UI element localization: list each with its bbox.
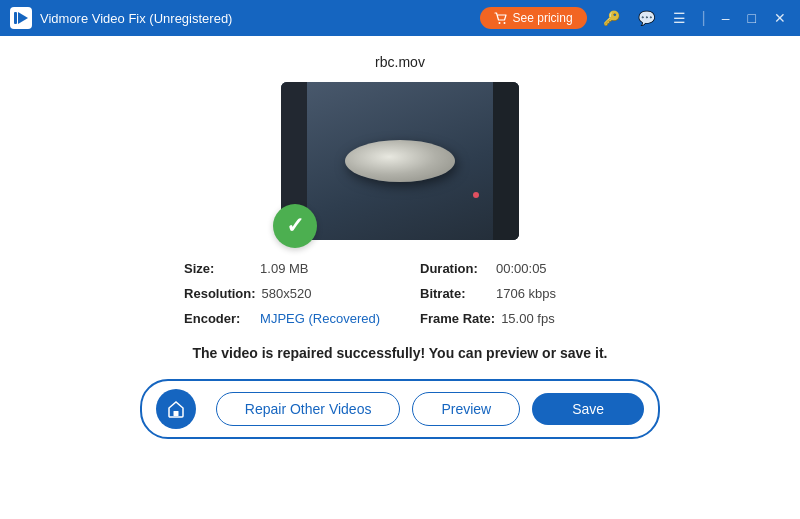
video-preview <box>281 82 519 240</box>
success-message: The video is repaired successfully! You … <box>193 345 608 361</box>
repair-others-button[interactable]: Repair Other Videos <box>216 392 401 426</box>
close-icon[interactable]: ✕ <box>770 8 790 28</box>
home-button[interactable] <box>156 389 196 429</box>
video-object <box>345 140 455 182</box>
encoder-label: Encoder: <box>184 311 254 326</box>
encoder-row: Encoder: MJPEG (Recovered) <box>184 306 380 331</box>
size-row: Size: 1.09 MB <box>184 256 380 281</box>
video-side-right <box>493 82 519 240</box>
app-title: Vidmore Video Fix (Unregistered) <box>40 11 480 26</box>
duration-row: Duration: 00:00:05 <box>420 256 616 281</box>
separator: | <box>702 9 706 27</box>
preview-button[interactable]: Preview <box>412 392 520 426</box>
framerate-label: Frame Rate: <box>420 311 495 326</box>
window-controls: 🔑 💬 ☰ | – □ ✕ <box>599 8 790 28</box>
resolution-label: Resolution: <box>184 286 256 301</box>
svg-rect-5 <box>173 411 178 416</box>
bitrate-row: Bitrate: 1706 kbps <box>420 281 616 306</box>
video-preview-wrapper: ✓ <box>281 82 519 240</box>
resolution-row: Resolution: 580x520 <box>184 281 380 306</box>
app-logo <box>10 7 32 29</box>
duration-label: Duration: <box>420 261 490 276</box>
svg-point-3 <box>498 22 500 24</box>
resolution-value: 580x520 <box>262 286 312 301</box>
maximize-icon[interactable]: □ <box>744 8 760 28</box>
home-icon <box>166 399 186 419</box>
titlebar: Vidmore Video Fix (Unregistered) See pri… <box>0 0 800 36</box>
video-filename: rbc.mov <box>375 54 425 70</box>
size-value: 1.09 MB <box>260 261 308 276</box>
duration-value: 00:00:05 <box>496 261 547 276</box>
video-dot <box>473 192 479 198</box>
framerate-row: Frame Rate: 15.00 fps <box>420 306 616 331</box>
bitrate-label: Bitrate: <box>420 286 490 301</box>
cart-icon <box>494 11 508 25</box>
svg-rect-2 <box>14 12 17 24</box>
menu-icon[interactable]: ☰ <box>669 8 690 28</box>
pricing-button[interactable]: See pricing <box>480 7 587 29</box>
save-button[interactable]: Save <box>532 393 644 425</box>
success-badge: ✓ <box>273 204 317 248</box>
framerate-value: 15.00 fps <box>501 311 555 326</box>
key-icon[interactable]: 🔑 <box>599 8 624 28</box>
size-label: Size: <box>184 261 254 276</box>
checkmark-icon: ✓ <box>286 215 304 237</box>
action-area: Repair Other Videos Preview Save <box>140 379 660 439</box>
main-content: rbc.mov ✓ Size: 1.09 MB Duration: 00:00:… <box>0 36 800 519</box>
encoder-value: MJPEG (Recovered) <box>260 311 380 326</box>
svg-point-4 <box>503 22 505 24</box>
minimize-icon[interactable]: – <box>718 8 734 28</box>
video-info-grid: Size: 1.09 MB Duration: 00:00:05 Resolut… <box>184 256 616 331</box>
bitrate-value: 1706 kbps <box>496 286 556 301</box>
chat-icon[interactable]: 💬 <box>634 8 659 28</box>
